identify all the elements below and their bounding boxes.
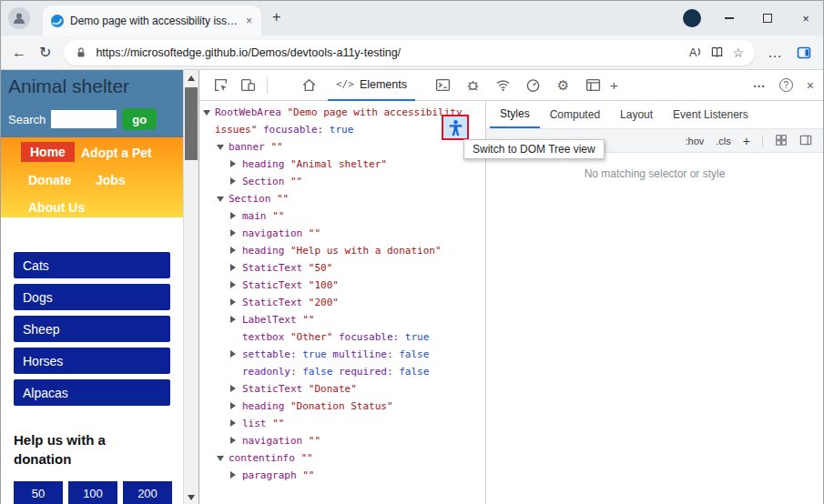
refresh-button[interactable]: ↻ [39,44,51,61]
a11y-tree-node[interactable]: StaticText "Donate" [199,380,484,398]
devtools-tab-icons: ⚙ [428,77,608,94]
maximize-button[interactable] [758,8,778,28]
devtools-close-button[interactable]: × [807,78,814,93]
a11y-tree-node[interactable]: navigation "" [199,225,484,242]
tab-elements[interactable]: </> Elements [328,70,415,101]
a11y-tree-node[interactable]: contentinfo "" [199,449,484,467]
scroll-down-button[interactable] [184,489,198,504]
welcome-tab-button[interactable] [295,77,322,93]
expanded-arrow-icon[interactable] [217,145,224,150]
collapsed-arrow-icon[interactable] [230,385,236,392]
collapsed-arrow-icon[interactable] [230,298,236,306]
nav-item-adopt-a-pet[interactable]: Adopt a Pet [81,146,152,160]
expanded-arrow-icon[interactable] [217,197,224,202]
search-input[interactable] [51,110,117,128]
computed-sidebar-icon[interactable] [799,134,812,148]
collapsed-arrow-icon[interactable] [230,419,236,427]
collapsed-arrow-icon[interactable] [230,437,236,444]
expanded-arrow-icon[interactable] [203,110,210,116]
accessibility-view-toggle-button[interactable] [442,115,469,140]
a11y-tree-node[interactable]: navigation "" [199,432,484,449]
collapsed-arrow-icon[interactable] [230,212,236,219]
active-tab[interactable]: Demo page with accessibility issues × [43,5,261,35]
collapsed-arrow-icon[interactable] [230,350,236,358]
category-button-sheep[interactable]: Sheep [14,316,170,342]
more-tabs-button[interactable]: + [610,77,618,93]
toggle-hover-state-button[interactable]: :hov [686,136,705,146]
debugger-button[interactable] [458,77,488,94]
collapsed-arrow-icon[interactable] [230,281,236,288]
a11y-tree-node[interactable]: banner "" [199,138,484,156]
nav-item-home[interactable]: Home [21,142,75,162]
nav-item-donate[interactable]: Donate [28,173,71,187]
inspect-button[interactable] [207,77,234,93]
a11y-tree-node[interactable]: heading "Help us with a donation" [199,242,484,259]
grid-overlay-icon[interactable] [775,134,788,148]
read-aloud-icon[interactable]: A [689,46,702,59]
console-button[interactable] [428,77,458,94]
collapsed-arrow-icon[interactable] [230,247,236,254]
browser-profile-badge-icon[interactable] [683,9,701,27]
collapsed-arrow-icon[interactable] [230,160,236,167]
back-button[interactable]: ← [12,45,26,61]
device-toolbar-button[interactable] [234,77,261,93]
category-button-dogs[interactable]: Dogs [14,284,170,310]
new-tab-button[interactable]: + [272,9,280,25]
tab-close-icon[interactable]: × [244,15,254,27]
a11y-tree-node[interactable]: list "" [199,415,484,432]
network-button[interactable] [488,77,518,94]
a11y-tree-node[interactable]: settable: true multiline: false [199,346,484,363]
collapsed-arrow-icon[interactable] [230,177,236,185]
a11y-tree-node[interactable]: heading "Animal shelter" [199,156,484,173]
a11y-tree-node[interactable]: LabelText "" [199,311,484,328]
donation-amount-button-200[interactable]: 200 [123,481,172,504]
a11y-tree-node[interactable]: heading "Donation Status" [199,398,484,415]
address-bar[interactable]: https://microsoftedge.github.io/Demos/de… [64,40,755,66]
a11y-tree-node[interactable]: paragraph "" [199,467,484,484]
url-text[interactable]: https://microsoftedge.github.io/Demos/de… [96,46,681,59]
donation-amount-button-50[interactable]: 50 [14,481,63,504]
toggle-class-button[interactable]: .cls [716,136,731,146]
nav-item-about-us[interactable]: About Us [28,200,85,215]
collapsed-arrow-icon[interactable] [230,471,236,479]
collapsed-arrow-icon[interactable] [230,316,236,323]
nav-item-jobs[interactable]: Jobs [96,173,126,187]
styles-tab-styles[interactable]: Styles [490,101,540,128]
minimize-button[interactable] [719,8,739,28]
collapsed-arrow-icon[interactable] [230,264,236,271]
settings-gear-icon[interactable]: ⚙ [548,77,578,94]
settings-menu-icon[interactable]: … [768,45,783,61]
a11y-tree-node[interactable]: StaticText "200" [199,294,484,311]
a11y-tree-node[interactable]: StaticText "50" [199,259,484,277]
help-icon[interactable]: ? [779,78,793,92]
collapsed-arrow-icon[interactable] [230,402,236,409]
search-go-button[interactable]: go [122,108,157,130]
new-style-rule-button[interactable]: + [743,134,750,148]
performance-button[interactable] [518,77,548,94]
styles-tab-layout[interactable]: Layout [610,101,663,128]
a11y-tree-node[interactable]: Section "" [199,173,484,190]
a11y-tree-node[interactable]: Section "" [199,190,484,207]
styles-tab-event-listeners[interactable]: Event Listeners [663,101,758,128]
a11y-tree-node[interactable]: textbox "Other" focusable: true [199,328,484,346]
donation-amount-button-100[interactable]: 100 [68,481,117,504]
window-close-button[interactable]: × [796,8,816,28]
favorite-star-icon[interactable]: ☆ [732,45,744,60]
category-button-alpacas[interactable]: Alpacas [14,379,170,406]
expanded-arrow-icon[interactable] [217,456,224,461]
sidebar-toggle-icon[interactable] [796,45,812,60]
scrollbar-thumb[interactable] [185,87,198,160]
more-options-icon[interactable]: ⋯ [753,78,766,93]
collapsed-arrow-icon[interactable] [230,229,236,237]
styles-tab-computed[interactable]: Computed [540,101,610,128]
a11y-tree-node[interactable]: StaticText "100" [199,277,484,294]
a11y-tree-node[interactable]: main "" [199,207,484,225]
page-scrollbar[interactable] [183,70,198,504]
application-button[interactable] [578,77,608,94]
profile-avatar[interactable] [8,7,30,29]
scroll-up-button[interactable] [184,70,198,86]
a11y-tree-node[interactable]: readonly: false required: false [199,363,484,380]
category-button-horses[interactable]: Horses [14,348,170,374]
category-button-cats[interactable]: Cats [14,252,170,278]
immersive-reader-icon[interactable] [710,45,724,59]
